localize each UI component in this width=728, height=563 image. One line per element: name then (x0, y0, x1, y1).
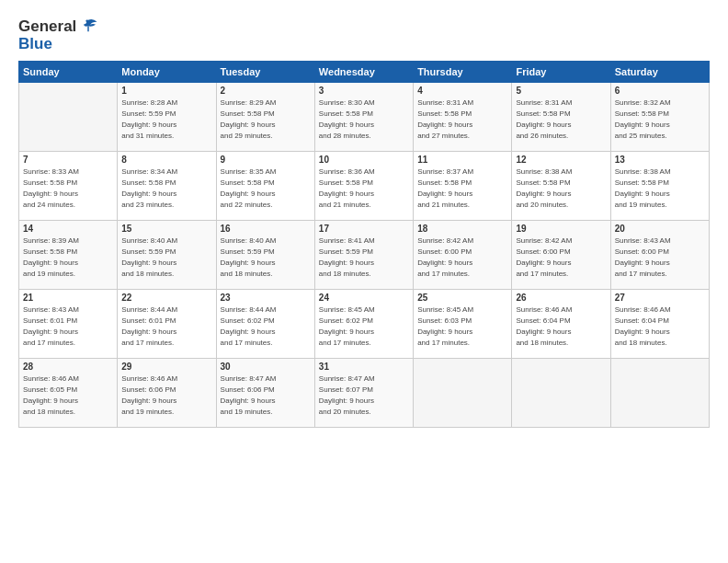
calendar-cell: 26Sunrise: 8:46 AM Sunset: 6:04 PM Dayli… (512, 290, 610, 359)
calendar-table: SundayMondayTuesdayWednesdayThursdayFrid… (18, 61, 710, 428)
calendar-cell: 4Sunrise: 8:31 AM Sunset: 5:58 PM Daylig… (414, 83, 512, 152)
day-number: 16 (221, 224, 311, 234)
day-info: Sunrise: 8:28 AM Sunset: 5:59 PM Dayligh… (121, 98, 211, 142)
day-number: 14 (23, 224, 113, 234)
day-info: Sunrise: 8:32 AM Sunset: 5:58 PM Dayligh… (615, 98, 705, 142)
calendar-page: General Blue SundayMondayTuesdayWednesda… (0, 0, 728, 563)
day-info: Sunrise: 8:31 AM Sunset: 5:58 PM Dayligh… (417, 98, 507, 142)
calendar-cell: 8Sunrise: 8:34 AM Sunset: 5:58 PM Daylig… (118, 152, 216, 221)
day-info: Sunrise: 8:41 AM Sunset: 5:59 PM Dayligh… (319, 236, 409, 280)
calendar-cell: 12Sunrise: 8:38 AM Sunset: 5:58 PM Dayli… (512, 152, 610, 221)
calendar-cell: 9Sunrise: 8:35 AM Sunset: 5:58 PM Daylig… (216, 152, 314, 221)
day-info: Sunrise: 8:46 AM Sunset: 6:04 PM Dayligh… (516, 304, 606, 349)
day-info: Sunrise: 8:46 AM Sunset: 6:04 PM Dayligh… (615, 304, 705, 349)
day-number: 28 (23, 362, 113, 372)
day-number: 19 (516, 224, 606, 234)
header-area: General Blue (18, 17, 710, 53)
calendar-cell: 19Sunrise: 8:42 AM Sunset: 6:00 PM Dayli… (512, 221, 610, 290)
day-info: Sunrise: 8:43 AM Sunset: 6:00 PM Dayligh… (615, 236, 705, 280)
calendar-cell: 28Sunrise: 8:46 AM Sunset: 6:05 PM Dayli… (19, 359, 118, 428)
day-info: Sunrise: 8:47 AM Sunset: 6:06 PM Dayligh… (221, 373, 311, 418)
calendar-cell: 24Sunrise: 8:45 AM Sunset: 6:02 PM Dayli… (314, 290, 413, 359)
calendar-cell: 11Sunrise: 8:37 AM Sunset: 5:58 PM Dayli… (414, 152, 512, 221)
calendar-cell: 20Sunrise: 8:43 AM Sunset: 6:00 PM Dayli… (610, 221, 709, 290)
day-number: 7 (23, 155, 113, 165)
calendar-cell: 10Sunrise: 8:36 AM Sunset: 5:58 PM Dayli… (314, 152, 413, 221)
day-info: Sunrise: 8:40 AM Sunset: 5:59 PM Dayligh… (221, 236, 311, 280)
day-number: 30 (221, 362, 311, 372)
calendar-cell: 18Sunrise: 8:42 AM Sunset: 6:00 PM Dayli… (414, 221, 512, 290)
day-info: Sunrise: 8:46 AM Sunset: 6:05 PM Dayligh… (23, 373, 113, 418)
calendar-cell: 15Sunrise: 8:40 AM Sunset: 5:59 PM Dayli… (118, 221, 216, 290)
day-info: Sunrise: 8:30 AM Sunset: 5:58 PM Dayligh… (319, 98, 409, 142)
calendar-cell (19, 83, 118, 152)
week-row-1: 1Sunrise: 8:28 AM Sunset: 5:59 PM Daylig… (19, 83, 710, 152)
day-number: 23 (221, 293, 311, 303)
calendar-cell: 21Sunrise: 8:43 AM Sunset: 6:01 PM Dayli… (19, 290, 118, 359)
logo: General Blue (18, 17, 98, 53)
day-info: Sunrise: 8:31 AM Sunset: 5:58 PM Dayligh… (516, 98, 606, 142)
day-number: 24 (319, 293, 409, 303)
day-info: Sunrise: 8:33 AM Sunset: 5:58 PM Dayligh… (23, 167, 113, 211)
day-number: 2 (221, 86, 311, 96)
day-info: Sunrise: 8:47 AM Sunset: 6:07 PM Dayligh… (319, 373, 409, 418)
day-info: Sunrise: 8:38 AM Sunset: 5:58 PM Dayligh… (516, 167, 606, 211)
day-info: Sunrise: 8:29 AM Sunset: 5:58 PM Dayligh… (221, 98, 311, 142)
day-number: 31 (319, 362, 409, 372)
week-row-5: 28Sunrise: 8:46 AM Sunset: 6:05 PM Dayli… (19, 359, 710, 428)
week-row-3: 14Sunrise: 8:39 AM Sunset: 5:58 PM Dayli… (19, 221, 710, 290)
week-row-4: 21Sunrise: 8:43 AM Sunset: 6:01 PM Dayli… (19, 290, 710, 359)
day-header-wednesday: Wednesday (314, 62, 413, 83)
calendar-cell: 29Sunrise: 8:46 AM Sunset: 6:06 PM Dayli… (118, 359, 216, 428)
day-number: 1 (121, 86, 211, 96)
week-row-2: 7Sunrise: 8:33 AM Sunset: 5:58 PM Daylig… (19, 152, 710, 221)
day-info: Sunrise: 8:42 AM Sunset: 6:00 PM Dayligh… (417, 236, 507, 280)
calendar-cell: 13Sunrise: 8:38 AM Sunset: 5:58 PM Dayli… (610, 152, 709, 221)
day-number: 10 (319, 155, 409, 165)
day-number: 27 (615, 293, 705, 303)
day-header-monday: Monday (118, 62, 216, 83)
logo-bird-icon (78, 17, 98, 37)
calendar-cell: 6Sunrise: 8:32 AM Sunset: 5:58 PM Daylig… (610, 83, 709, 152)
day-number: 29 (121, 362, 211, 372)
day-info: Sunrise: 8:40 AM Sunset: 5:59 PM Dayligh… (121, 236, 211, 280)
day-number: 18 (417, 224, 507, 234)
header-row: SundayMondayTuesdayWednesdayThursdayFrid… (19, 62, 710, 83)
day-number: 6 (615, 86, 705, 96)
day-header-sunday: Sunday (19, 62, 118, 83)
day-number: 11 (417, 155, 507, 165)
calendar-cell: 22Sunrise: 8:44 AM Sunset: 6:01 PM Dayli… (118, 290, 216, 359)
day-header-thursday: Thursday (414, 62, 512, 83)
day-header-saturday: Saturday (610, 62, 709, 83)
day-number: 9 (221, 155, 311, 165)
day-info: Sunrise: 8:44 AM Sunset: 6:01 PM Dayligh… (121, 304, 211, 349)
day-number: 25 (417, 293, 507, 303)
day-info: Sunrise: 8:44 AM Sunset: 6:02 PM Dayligh… (221, 304, 311, 349)
calendar-cell: 30Sunrise: 8:47 AM Sunset: 6:06 PM Dayli… (216, 359, 314, 428)
day-info: Sunrise: 8:43 AM Sunset: 6:01 PM Dayligh… (23, 304, 113, 349)
calendar-cell: 5Sunrise: 8:31 AM Sunset: 5:58 PM Daylig… (512, 83, 610, 152)
day-number: 20 (615, 224, 705, 234)
day-number: 26 (516, 293, 606, 303)
day-number: 17 (319, 224, 409, 234)
calendar-cell: 3Sunrise: 8:30 AM Sunset: 5:58 PM Daylig… (314, 83, 413, 152)
day-info: Sunrise: 8:37 AM Sunset: 5:58 PM Dayligh… (417, 167, 507, 211)
day-number: 3 (319, 86, 409, 96)
calendar-cell: 2Sunrise: 8:29 AM Sunset: 5:58 PM Daylig… (216, 83, 314, 152)
day-header-friday: Friday (512, 62, 610, 83)
calendar-cell: 23Sunrise: 8:44 AM Sunset: 6:02 PM Dayli… (216, 290, 314, 359)
calendar-cell (610, 359, 709, 428)
day-number: 8 (121, 155, 211, 165)
day-number: 12 (516, 155, 606, 165)
calendar-cell: 7Sunrise: 8:33 AM Sunset: 5:58 PM Daylig… (19, 152, 118, 221)
calendar-cell: 1Sunrise: 8:28 AM Sunset: 5:59 PM Daylig… (118, 83, 216, 152)
day-info: Sunrise: 8:42 AM Sunset: 6:00 PM Dayligh… (516, 236, 606, 280)
calendar-cell (414, 359, 512, 428)
day-info: Sunrise: 8:36 AM Sunset: 5:58 PM Dayligh… (319, 167, 409, 211)
day-number: 22 (121, 293, 211, 303)
day-number: 21 (23, 293, 113, 303)
calendar-cell (512, 359, 610, 428)
calendar-cell: 14Sunrise: 8:39 AM Sunset: 5:58 PM Dayli… (19, 221, 118, 290)
day-info: Sunrise: 8:45 AM Sunset: 6:02 PM Dayligh… (319, 304, 409, 349)
logo-blue-text: Blue (18, 35, 52, 53)
